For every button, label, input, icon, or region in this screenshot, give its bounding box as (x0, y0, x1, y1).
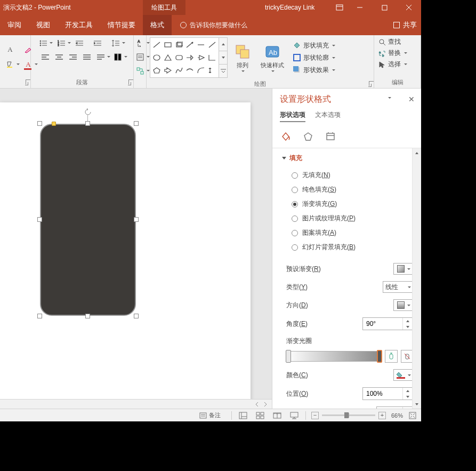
align-right-button[interactable] (67, 51, 79, 63)
shapes-gallery-scroll[interactable] (219, 37, 228, 78)
distribute-button[interactable] (95, 51, 107, 63)
resize-handle-bm[interactable] (85, 314, 90, 318)
resize-handle-ml[interactable] (37, 217, 42, 222)
svg-rect-43 (115, 54, 117, 60)
shape-effects-button[interactable]: 形状效果 (293, 65, 335, 76)
select-button[interactable]: 选择 (378, 60, 407, 69)
shape-options-tab[interactable]: 形状选项 (280, 110, 305, 122)
angle-spinner[interactable] (362, 317, 414, 330)
slide[interactable] (0, 102, 251, 409)
tab-review[interactable]: 审阅 (0, 15, 29, 35)
tell-me-search[interactable]: 告诉我你想要做什么 (172, 21, 247, 30)
resize-handle-tm[interactable] (85, 121, 90, 126)
zoom-out-button[interactable]: − (311, 412, 319, 419)
columns-button[interactable] (112, 51, 124, 63)
align-center-button[interactable] (53, 51, 65, 63)
tab-storyboard[interactable]: 情节提要 (100, 15, 143, 35)
text-options-tab[interactable]: 文本选项 (315, 110, 341, 122)
svg-rect-84 (261, 412, 264, 415)
notes-button[interactable]: 备注 (199, 411, 221, 419)
fill-solid-radio[interactable]: 纯色填充(S) (282, 182, 414, 197)
arrange-button[interactable]: 排列 (231, 42, 254, 73)
reading-view-button[interactable] (271, 411, 283, 420)
justify-button[interactable] (81, 51, 93, 63)
fill-pattern-radio[interactable]: 图案填充(A) (282, 226, 414, 240)
clear-formatting-button[interactable] (22, 44, 34, 55)
gradient-type-combo[interactable]: 线性 (383, 281, 414, 293)
pane-vertical-scrollbar[interactable] (412, 148, 421, 409)
quick-styles-button[interactable]: Ab 快速样式 (257, 42, 287, 73)
resize-handle-mr[interactable] (134, 217, 139, 222)
zoom-in-button[interactable]: + (378, 412, 386, 419)
svg-rect-44 (118, 54, 121, 60)
share-button[interactable]: 共享 (393, 20, 417, 30)
replace-button[interactable]: ab替换 (378, 49, 407, 58)
horizontal-scrollbar[interactable] (0, 399, 272, 409)
decrease-indent-button[interactable] (74, 37, 85, 49)
fill-none-radio[interactable]: 无填充(N) (282, 168, 414, 182)
tab-view[interactable]: 视图 (29, 15, 58, 35)
maximize-button[interactable] (372, 0, 397, 15)
gradient-stops-track[interactable] (286, 351, 382, 362)
pane-close-button[interactable]: ✕ (408, 95, 415, 103)
find-button[interactable]: 查找 (378, 37, 401, 46)
convert-smartart-button[interactable] (134, 65, 146, 77)
svg-line-51 (154, 42, 160, 47)
resize-handle-bl[interactable] (37, 314, 42, 318)
fill-gradient-radio[interactable]: 渐变填充(G) (282, 197, 414, 211)
fit-to-window-button[interactable] (408, 411, 417, 420)
zoom-level[interactable]: 66% (391, 412, 403, 419)
svg-rect-90 (409, 412, 416, 419)
gradient-stop-2[interactable] (377, 350, 382, 363)
stop-color-button[interactable] (393, 369, 414, 381)
effects-icon[interactable] (302, 131, 314, 142)
tab-developer[interactable]: 开发工具 (58, 15, 100, 35)
slideshow-button[interactable] (288, 411, 300, 420)
drawing-group-launcher[interactable] (366, 81, 372, 87)
text-direction-button[interactable]: A (134, 37, 146, 49)
fill-slidebg-radio[interactable]: 幻灯片背景填充(B) (282, 240, 414, 254)
paragraph-group-launcher[interactable] (125, 79, 132, 86)
selected-shape[interactable] (40, 124, 136, 316)
fill-section-header[interactable]: 填充 (282, 154, 414, 163)
normal-view-button[interactable] (237, 411, 249, 420)
increase-indent-button[interactable] (92, 37, 103, 49)
fill-line-icon[interactable] (280, 131, 292, 142)
bullets-button[interactable] (37, 37, 49, 49)
gradient-stop-1[interactable] (286, 350, 291, 363)
shape-outline-button[interactable]: 形状轮廓 (293, 52, 335, 63)
position-spinner[interactable] (362, 387, 414, 400)
highlight-button[interactable] (4, 59, 16, 70)
fill-picture-radio[interactable]: 图片或纹理填充(P) (282, 211, 414, 226)
preset-gradient-button[interactable] (393, 263, 414, 275)
align-left-button[interactable] (39, 51, 51, 63)
slide-sorter-button[interactable] (254, 411, 266, 420)
adjust-handle[interactable] (52, 122, 56, 126)
close-button[interactable] (397, 0, 421, 15)
rotate-handle[interactable] (84, 108, 92, 116)
slide-canvas[interactable] (0, 89, 272, 409)
add-gradient-stop-button[interactable] (385, 350, 398, 363)
gradient-direction-button[interactable] (393, 299, 414, 311)
zoom-slider[interactable]: − + (311, 412, 386, 419)
resize-handle-br[interactable] (134, 314, 139, 318)
scroll-left-icon[interactable] (253, 400, 261, 409)
tab-format[interactable]: 格式 (143, 15, 172, 35)
line-spacing-button[interactable] (110, 37, 122, 49)
font-color-button[interactable]: A (22, 59, 34, 70)
align-text-button[interactable] (134, 51, 146, 63)
svg-point-7 (40, 41, 41, 42)
resize-handle-tl[interactable] (37, 121, 42, 126)
numbering-button[interactable]: 123 (55, 37, 67, 49)
ribbon-display-options-button[interactable] (332, 0, 348, 15)
minimize-button[interactable] (348, 0, 372, 15)
font-size-button[interactable]: A (4, 44, 16, 55)
font-group-launcher[interactable] (22, 79, 29, 86)
shapes-gallery[interactable] (150, 37, 219, 78)
resize-handle-tr[interactable] (134, 121, 139, 126)
pane-options-button[interactable] (387, 97, 391, 99)
scroll-right-icon[interactable] (261, 400, 270, 409)
size-properties-icon[interactable] (325, 131, 336, 142)
shape-fill-button[interactable]: 形状填充 (293, 40, 335, 51)
svg-rect-67 (293, 66, 298, 71)
